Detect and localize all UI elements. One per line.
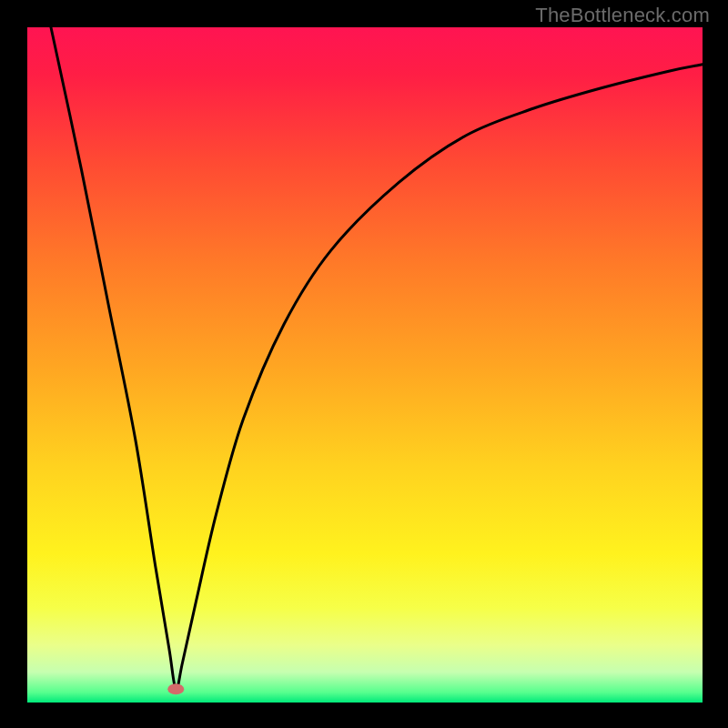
chart-frame: TheBottleneck.com <box>0 0 728 728</box>
bottleneck-chart <box>0 0 728 728</box>
optimal-marker <box>167 683 184 694</box>
plot-background <box>27 27 703 703</box>
watermark-text: TheBottleneck.com <box>535 4 710 27</box>
